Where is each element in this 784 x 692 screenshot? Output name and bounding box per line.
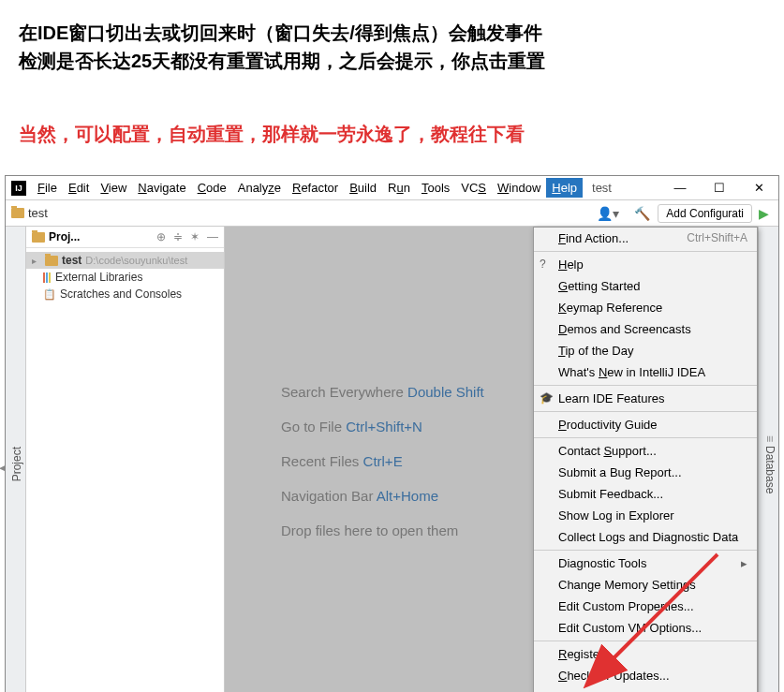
chevron-right-icon: ▸ [741, 556, 747, 570]
menu-custom-properties[interactable]: Edit Custom Properties... [534, 596, 757, 617]
menu-about[interactable]: About [534, 686, 757, 692]
graduation-icon: 🎓 [540, 391, 554, 405]
user-icon[interactable]: 👤▾ [597, 206, 619, 221]
menu-register[interactable]: Register... [534, 643, 757, 665]
tree-project-root[interactable]: ▸ test D:\code\souyunku\test [26, 252, 224, 269]
hint-goto-file: Go to File Ctrl+Shift+N [281, 419, 422, 434]
menu-view[interactable]: View [95, 178, 132, 198]
right-gutter: ≡ Database [758, 227, 778, 692]
menu-diagnostic-tools[interactable]: Diagnostic Tools▸ [534, 552, 757, 574]
menu-show-log[interactable]: Show Log in Explorer [534, 505, 757, 526]
titlebar: IJ File Edit View Navigate Code Analyze … [6, 176, 778, 200]
select-opened-icon[interactable]: ⊕ [156, 230, 166, 243]
hint-nav-bar: Navigation Bar Alt+Home [281, 488, 438, 504]
menu-code[interactable]: Code [192, 178, 232, 198]
menu-help-item[interactable]: ?Help [534, 254, 757, 275]
article-line-2: 检测是否长达25天都没有重置试用期，之后会提示，你点击重置 [19, 47, 765, 75]
project-panel: Proj... ⊕ ≑ ✶ — ▸ test D:\code\souyunku\… [26, 227, 225, 692]
panel-title: Proj... [49, 230, 156, 243]
project-tool-tab[interactable]: Project [8, 441, 25, 487]
menu-collect-logs[interactable]: Collect Logs and Diagnostic Data [534, 526, 757, 548]
menu-refactor[interactable]: Refactor [287, 178, 344, 198]
question-icon: ? [540, 258, 546, 271]
menu-window[interactable]: Window [492, 178, 546, 198]
menu-keymap-reference[interactable]: Keymap Reference [534, 297, 757, 318]
window-title: test [583, 181, 660, 195]
ide-window: IJ File Edit View Navigate Code Analyze … [5, 175, 779, 692]
tree-label: Scratches and Consoles [60, 287, 182, 301]
menu-submit-bug[interactable]: Submit a Bug Report... [534, 462, 757, 483]
tree-external-libraries[interactable]: External Libraries [26, 269, 224, 286]
tree-label: External Libraries [55, 271, 142, 284]
expand-icon[interactable]: ≑ [173, 230, 183, 243]
close-button[interactable]: ✕ [739, 176, 778, 200]
left-gutter: Project ▸ [6, 227, 26, 692]
menu-build[interactable]: Build [344, 178, 382, 198]
menu-file[interactable]: File [32, 178, 63, 198]
add-configuration-button[interactable]: Add Configurati [658, 204, 752, 223]
toolbar: test 👤▾ 🔨 Add Configurati ▶ [6, 200, 778, 227]
menu-find-action[interactable]: FFind Action...ind Action...Ctrl+Shift+A [534, 228, 757, 249]
hint-search-everywhere: Search Everywhere Double Shift [281, 384, 484, 400]
database-icon: ≡ [763, 435, 777, 442]
menu-demos[interactable]: Demos and Screencasts [534, 318, 757, 340]
folder-icon [11, 208, 24, 218]
folder-icon [45, 256, 58, 266]
breadcrumb[interactable]: test [28, 206, 48, 220]
menu-run[interactable]: Run [382, 178, 416, 198]
tree-root-path: D:\code\souyunku\test [85, 255, 187, 266]
minimize-button[interactable]: — [660, 176, 700, 200]
menu-custom-vm[interactable]: Edit Custom VM Options... [534, 617, 757, 639]
tree-scratches[interactable]: 📋 Scratches and Consoles [26, 286, 224, 302]
help-dropdown-menu: FFind Action...ind Action...Ctrl+Shift+A… [533, 227, 758, 692]
libraries-icon [43, 272, 52, 283]
menu-tip-of-day[interactable]: Tip of the Day [534, 340, 757, 361]
menu-memory-settings[interactable]: Change Memory Settings [534, 574, 757, 596]
menu-tools[interactable]: Tools [416, 178, 455, 198]
article-line-1: 在IDE窗口切出去或切回来时（窗口失去/得到焦点）会触发事件 [19, 19, 765, 47]
hint-drop-files: Drop files here to open them [281, 523, 458, 538]
menu-edit[interactable]: Edit [63, 178, 95, 198]
database-tool-tab[interactable]: ≡ Database [762, 430, 778, 499]
database-tool-label: Database [763, 446, 777, 493]
structure-tool-icon[interactable]: ▸ [0, 463, 8, 476]
maximize-button[interactable]: ☐ [700, 176, 739, 200]
build-icon[interactable]: 🔨 [634, 206, 650, 221]
menu-analyze[interactable]: Analyze [232, 178, 287, 198]
folder-icon [32, 232, 45, 243]
chevron-right-icon: ▸ [32, 256, 41, 266]
menu-submit-feedback[interactable]: Submit Feedback... [534, 483, 757, 505]
hint-recent-files: Recent Files Ctrl+E [281, 453, 403, 469]
menu-getting-started[interactable]: Getting Started [534, 275, 757, 297]
menu-contact-support[interactable]: Contact Support... [534, 440, 757, 462]
app-icon: IJ [11, 181, 26, 196]
hide-panel-icon[interactable]: — [207, 230, 218, 243]
menubar: File Edit View Navigate Code Analyze Ref… [32, 178, 583, 198]
menu-vcs[interactable]: VCS [455, 178, 492, 198]
menu-check-updates[interactable]: Check for Updates... [534, 665, 757, 686]
menu-whats-new[interactable]: What's New in IntelliJ IDEA [534, 361, 757, 383]
menu-productivity-guide[interactable]: Productivity Guide [534, 414, 757, 435]
tree-root-label: test [62, 254, 81, 267]
collapse-icon[interactable]: ✶ [190, 230, 200, 243]
run-gutter-icon[interactable]: ▶ [759, 206, 769, 221]
project-tool-label: Project [10, 447, 23, 481]
menu-learn-ide[interactable]: 🎓Learn IDE Features [534, 388, 757, 409]
scratches-icon: 📋 [43, 288, 56, 301]
article-line-3: 当然，可以配置，自动重置，那样就一劳永逸了，教程往下看 [19, 122, 765, 147]
menu-navigate[interactable]: Navigate [132, 178, 191, 198]
menu-help[interactable]: Help [546, 178, 583, 198]
